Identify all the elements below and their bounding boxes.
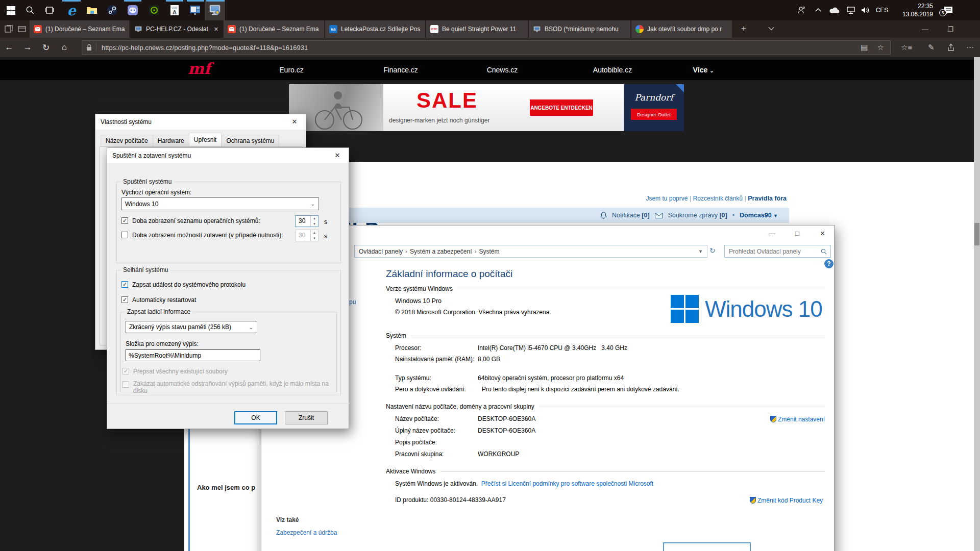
system-properties-taskbar-icon[interactable]: [205, 0, 225, 20]
tab-preview-icon[interactable]: [17, 24, 27, 34]
link-forum-rules[interactable]: Pravidla fóra: [748, 195, 787, 202]
tab-leteckaposta[interactable]: ká LeteckaPosta.cz Sdílejte Pos: [325, 20, 426, 38]
private-messages-link[interactable]: Soukromé zprávy [0]: [668, 212, 727, 219]
menu-ellipsis-icon[interactable]: ⋯: [966, 43, 974, 52]
network-icon[interactable]: [844, 0, 858, 20]
restore-button[interactable]: ❐: [939, 20, 962, 38]
ad-cta-button[interactable]: ANGEBOTE ENTDECKEN: [530, 99, 593, 116]
tab-list-chevron-icon[interactable]: [768, 27, 774, 31]
ink-pen-icon[interactable]: ✎: [928, 43, 935, 52]
file-explorer-icon[interactable]: [82, 0, 102, 20]
checkbox-auto-restart[interactable]: ✓: [121, 296, 128, 303]
envelope-icon[interactable]: [655, 213, 663, 218]
help-icon[interactable]: ?: [824, 259, 834, 268]
volume-icon[interactable]: [858, 0, 872, 20]
task-view-icon[interactable]: [40, 0, 59, 20]
default-os-select[interactable]: Windows 10⌄: [121, 197, 319, 210]
cancel-button[interactable]: Zrušit: [285, 411, 328, 424]
language-indicator[interactable]: CES: [873, 0, 891, 20]
username-menu[interactable]: Domcas90 ▼: [740, 212, 778, 219]
adchoices-icon[interactable]: [676, 84, 684, 92]
reading-view-icon[interactable]: ▤: [861, 43, 868, 52]
browser-scrollbar[interactable]: [974, 57, 980, 551]
checkbox-write-event[interactable]: ✓: [121, 281, 128, 288]
mf-logo[interactable]: mf: [188, 60, 211, 78]
tab-czc[interactable]: CZC Be quiet! Straight Power 11: [426, 20, 528, 38]
new-tab-button[interactable]: +: [741, 23, 746, 34]
bell-icon[interactable]: [600, 212, 607, 219]
scrollbar-thumb[interactable]: [974, 223, 979, 245]
steam-icon[interactable]: [103, 0, 122, 20]
dump-folder-input[interactable]: [126, 349, 260, 361]
change-settings-link[interactable]: Změnit nastavení: [770, 414, 825, 423]
crumb-dropdown-icon[interactable]: ▼: [698, 249, 707, 254]
minimize-button[interactable]: —: [914, 20, 937, 38]
tab-seznam-2[interactable]: (1) Doručené – Seznam Ema: [224, 20, 325, 38]
crumb-control-panel[interactable]: Ovládací panely: [359, 248, 403, 255]
notifications-link[interactable]: Notifikace [0]: [612, 212, 650, 219]
dump-type-select[interactable]: Zkrácený výpis stavu paměti (256 kB)⌄: [126, 321, 257, 333]
tab-computer-name[interactable]: Název počítače: [101, 135, 153, 147]
close-icon[interactable]: ✕: [326, 148, 349, 163]
breadcrumb[interactable]: Ovládací panely › Systém a zabezpečení ›…: [354, 245, 707, 258]
dialog-title-bar[interactable]: Spuštění a zotavení systému ✕: [107, 148, 349, 163]
presentation-app-icon[interactable]: [185, 0, 205, 20]
clock[interactable]: 22:35 13.06.2019: [893, 2, 933, 18]
search-icon[interactable]: [817, 248, 830, 255]
menu-cnews[interactable]: Cnews.cz: [487, 66, 518, 74]
set-aside-tabs-icon[interactable]: [4, 24, 13, 34]
url-text[interactable]: https://pc-help.cnews.cz/posting.php?mod…: [102, 44, 308, 52]
link-articles[interactable]: Rozcestník článků: [693, 195, 743, 202]
hub-favorites-icon[interactable]: ☆≡: [901, 43, 912, 52]
edge-taskbar-icon[interactable]: e: [62, 0, 81, 20]
tab-google[interactable]: Jak otevřít soubor dmp po r: [631, 20, 732, 38]
url-field[interactable]: https://pc-help.cnews.cz/posting.php?mod…: [82, 40, 891, 55]
tab-pchelp-active[interactable]: PC-HELP.CZ - Odeslat o ✕: [130, 20, 223, 38]
close-icon[interactable]: ✕: [283, 114, 306, 129]
maximize-button[interactable]: □: [786, 226, 809, 241]
close-button[interactable]: ✕: [811, 226, 834, 241]
tray-chevron-icon[interactable]: [812, 0, 825, 20]
menu-vice[interactable]: Více ⌄: [693, 66, 714, 74]
menu-finance[interactable]: Finance.cz: [383, 66, 418, 74]
minimize-button[interactable]: —: [761, 226, 783, 241]
tab-advanced[interactable]: Upřesnit: [189, 133, 222, 146]
crumb-system-security[interactable]: Systém a zabezpečení: [410, 248, 472, 255]
start-button[interactable]: [1, 0, 20, 20]
menu-autobible[interactable]: Autobible.cz: [593, 66, 632, 74]
crumb-system[interactable]: Systém: [479, 248, 499, 255]
dialog-title-bar[interactable]: Vlastnosti systému ✕: [95, 114, 306, 130]
spinner-up-icon[interactable]: ▲: [311, 216, 318, 221]
tab-bsod[interactable]: BSOD (*minidump nemohu: [529, 20, 631, 38]
nvidia-icon[interactable]: [144, 0, 164, 20]
action-center-icon[interactable]: 5: [938, 0, 959, 20]
tab-close-icon[interactable]: ✕: [214, 26, 218, 33]
people-tray-icon[interactable]: [794, 0, 809, 20]
tab-protection[interactable]: Ochrana systému: [221, 135, 279, 147]
search-input[interactable]: [725, 248, 817, 255]
link-first-time[interactable]: Jsem tu poprvé: [646, 195, 688, 202]
cp-search-box[interactable]: [724, 245, 831, 258]
spinner-down-icon[interactable]: ▼: [311, 221, 318, 227]
license-terms-link[interactable]: Přečíst si Licenční podmínky pro softwar…: [481, 480, 653, 487]
ad-banner[interactable]: SALE designer-marken jetzt noch günstige…: [289, 84, 684, 131]
menu-euro[interactable]: Euro.cz: [279, 66, 303, 74]
search-icon[interactable]: [20, 0, 40, 20]
favorite-star-icon[interactable]: ☆: [877, 43, 884, 52]
change-product-key-link[interactable]: Změnit kód Product Key: [750, 495, 823, 505]
home-icon[interactable]: ⌂: [55, 42, 74, 53]
refresh-icon[interactable]: ↻: [37, 42, 55, 53]
tab-hardware[interactable]: Hardware: [153, 135, 189, 147]
os-list-seconds-spinner[interactable]: 30 ▲▼: [295, 215, 318, 227]
back-icon[interactable]: ←: [0, 42, 18, 53]
ok-button[interactable]: OK: [234, 411, 277, 424]
forward-icon[interactable]: →: [18, 42, 37, 53]
share-icon[interactable]: [947, 43, 955, 52]
tab-seznam-1[interactable]: (1) Doručené – Seznam Ema: [30, 20, 130, 38]
refresh-icon[interactable]: ↻: [709, 246, 716, 255]
checkbox-recovery-options[interactable]: ✓: [121, 232, 128, 238]
see-also-security-link[interactable]: Zabezpečení a údržba: [276, 529, 337, 536]
document-app-icon[interactable]: A: [165, 0, 184, 20]
checkbox-show-os-list[interactable]: ✓: [121, 217, 128, 224]
discord-icon[interactable]: [123, 0, 142, 20]
